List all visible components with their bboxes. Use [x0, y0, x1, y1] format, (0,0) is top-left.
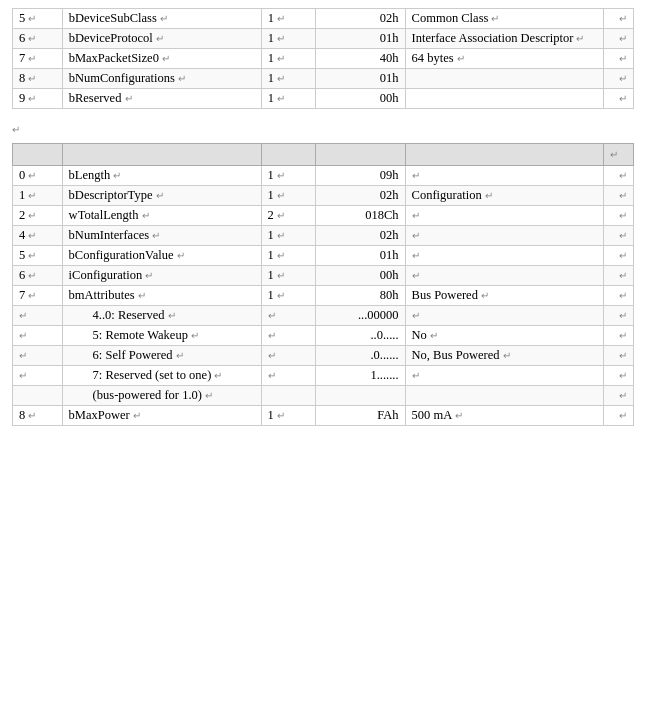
- table-row: 5 ↵ bDeviceSubClass ↵ 1 ↵ 02h Common Cla…: [13, 9, 634, 29]
- cell-size: 2 ↵: [261, 206, 316, 226]
- cell-size: ↵: [261, 326, 316, 346]
- cell-field: bMaxPacketSize0 ↵: [62, 49, 261, 69]
- cell-field: 4..0: Reserved ↵: [62, 306, 261, 326]
- cell-ret: ↵: [604, 266, 634, 286]
- cell-index: 5 ↵: [13, 9, 63, 29]
- col-header-value: [316, 144, 406, 166]
- cell-field: iConfiguration ↵: [62, 266, 261, 286]
- cell-value: 80h: [316, 286, 406, 306]
- cell-value: 09h: [316, 166, 406, 186]
- cell-size: 1 ↵: [261, 9, 316, 29]
- cell-desc: [405, 89, 603, 109]
- cell-size: 1 ↵: [261, 246, 316, 266]
- cell-ret: ↵: [604, 9, 634, 29]
- table-row: 7 ↵ bMaxPacketSize0 ↵ 1 ↵ 40h 64 bytes ↵…: [13, 49, 634, 69]
- table-row: 9 ↵ bReserved ↵ 1 ↵ 00h ↵: [13, 89, 634, 109]
- cell-field: bDeviceSubClass ↵: [62, 9, 261, 29]
- cell-desc: ↵: [405, 366, 603, 386]
- cell-desc: Configuration ↵: [405, 186, 603, 206]
- cell-desc: 500 mA ↵: [405, 406, 603, 426]
- cell-index: 8 ↵: [13, 69, 63, 89]
- cell-size: ↵: [261, 346, 316, 366]
- cell-field: bReserved ↵: [62, 89, 261, 109]
- cell-size: ↵: [261, 366, 316, 386]
- cell-index: ↵: [13, 306, 63, 326]
- cell-ret: ↵: [604, 306, 634, 326]
- col-header-ret: ↵: [604, 144, 634, 166]
- cell-field: 6: Self Powered ↵: [62, 346, 261, 366]
- cell-ret: ↵: [604, 386, 634, 406]
- cell-size: 1 ↵: [261, 266, 316, 286]
- cell-desc: ↵: [405, 166, 603, 186]
- cell-value: 02h: [316, 186, 406, 206]
- table-row: ↵ 5: Remote Wakeup ↵ ↵ ..0..... No ↵ ↵: [13, 326, 634, 346]
- cell-value: 02h: [316, 226, 406, 246]
- cell-value: 01h: [316, 29, 405, 49]
- cell-value: 01h: [316, 246, 406, 266]
- cell-desc: ↵: [405, 266, 603, 286]
- cell-ret: ↵: [604, 166, 634, 186]
- cell-index: 6 ↵: [13, 266, 63, 286]
- table-row: ↵ 7: Reserved (set to one) ↵ ↵ 1....... …: [13, 366, 634, 386]
- table-row: 4 ↵ bNumInterfaces ↵ 1 ↵ 02h ↵ ↵: [13, 226, 634, 246]
- cell-ret: ↵: [604, 366, 634, 386]
- cell-size: 1 ↵: [261, 406, 316, 426]
- col-header-size: [261, 144, 316, 166]
- table-row: ↵ 4..0: Reserved ↵ ↵ ...00000 ↵ ↵: [13, 306, 634, 326]
- cell-ret: ↵: [604, 29, 634, 49]
- cell-ret: ↵: [604, 49, 634, 69]
- table-row: 1 ↵ bDescriptorType ↵ 1 ↵ 02h Configurat…: [13, 186, 634, 206]
- cell-field: wTotalLength ↵: [62, 206, 261, 226]
- table-row: ↵ 6: Self Powered ↵ ↵ .0...... No, Bus P…: [13, 346, 634, 366]
- top-descriptor-table: 5 ↵ bDeviceSubClass ↵ 1 ↵ 02h Common Cla…: [12, 8, 634, 109]
- cell-size: 1 ↵: [261, 186, 316, 206]
- cell-ret: ↵: [604, 89, 634, 109]
- cell-field: bLength ↵: [62, 166, 261, 186]
- table-row: 6 ↵ bDeviceProtocol ↵ 1 ↵ 01h Interface …: [13, 29, 634, 49]
- cell-value: ..0.....: [316, 326, 406, 346]
- cell-field: bmAttributes ↵: [62, 286, 261, 306]
- cell-index: 5 ↵: [13, 246, 63, 266]
- cell-size: 1 ↵: [261, 29, 316, 49]
- col-header-offset: [13, 144, 63, 166]
- cell-ret: ↵: [604, 346, 634, 366]
- cell-index: 8 ↵: [13, 406, 63, 426]
- table-row: (bus-powered for 1.0) ↵ ↵: [13, 386, 634, 406]
- cell-size: 1 ↵: [261, 89, 316, 109]
- cell-size: ↵: [261, 306, 316, 326]
- cell-size: 1 ↵: [261, 166, 316, 186]
- cell-size: 1 ↵: [261, 69, 316, 89]
- cell-field: 7: Reserved (set to one) ↵: [62, 366, 261, 386]
- cell-ret: ↵: [604, 326, 634, 346]
- cell-value: 00h: [316, 266, 406, 286]
- cell-desc: No ↵: [405, 326, 603, 346]
- cell-size: [261, 386, 316, 406]
- config-descriptor-table: ↵ 0 ↵ bLength ↵ 1 ↵ 09h ↵ ↵ 1 ↵ bDescrip…: [12, 143, 634, 426]
- cell-index: ↵: [13, 366, 63, 386]
- cell-index: 4 ↵: [13, 226, 63, 246]
- table-header: ↵: [13, 144, 634, 166]
- cell-field: 5: Remote Wakeup ↵: [62, 326, 261, 346]
- cell-value: ...00000: [316, 306, 406, 326]
- cell-field: bDescriptorType ↵: [62, 186, 261, 206]
- table-row: 7 ↵ bmAttributes ↵ 1 ↵ 80h Bus Powered ↵…: [13, 286, 634, 306]
- cell-ret: ↵: [604, 226, 634, 246]
- table-row: 8 ↵ bMaxPower ↵ 1 ↵ FAh 500 mA ↵ ↵: [13, 406, 634, 426]
- cell-size: 1 ↵: [261, 49, 316, 69]
- cell-index: ↵: [13, 346, 63, 366]
- cell-index: ↵: [13, 326, 63, 346]
- table-row: 0 ↵ bLength ↵ 1 ↵ 09h ↵ ↵: [13, 166, 634, 186]
- cell-ret: ↵: [604, 246, 634, 266]
- cell-ret: ↵: [604, 406, 634, 426]
- cell-ret: ↵: [604, 69, 634, 89]
- cell-desc: ↵: [405, 206, 603, 226]
- cell-index: 1 ↵: [13, 186, 63, 206]
- cell-field: bMaxPower ↵: [62, 406, 261, 426]
- cell-field: bDeviceProtocol ↵: [62, 29, 261, 49]
- cell-ret: ↵: [604, 186, 634, 206]
- cell-index: 7 ↵: [13, 49, 63, 69]
- section-header: ↵: [12, 121, 634, 137]
- cell-desc: Interface Association Descriptor ↵: [405, 29, 603, 49]
- cell-value: [316, 386, 406, 406]
- cell-value: 02h: [316, 9, 405, 29]
